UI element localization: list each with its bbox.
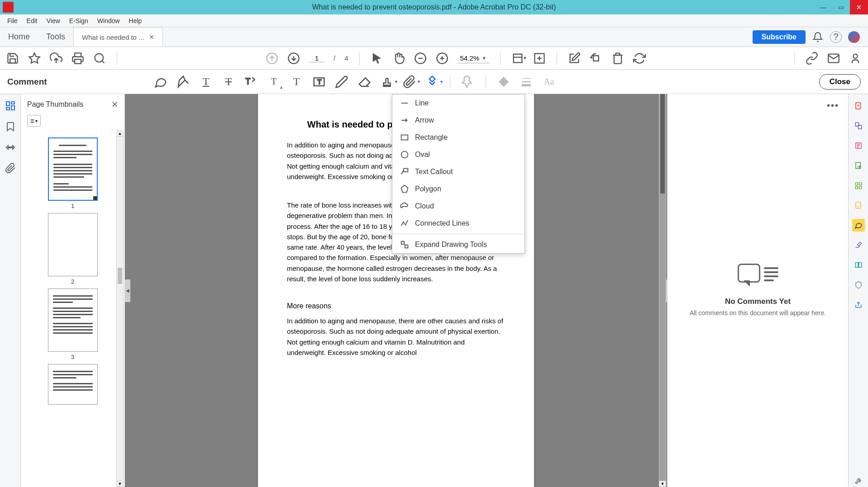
- mail-icon[interactable]: [827, 52, 840, 65]
- fill-icon[interactable]: [497, 75, 510, 89]
- rr-shield-icon[interactable]: [852, 279, 865, 291]
- zoom-in-icon[interactable]: [436, 52, 448, 65]
- hand-icon[interactable]: [392, 52, 405, 65]
- thumbnail-3[interactable]: 3: [48, 288, 98, 360]
- app-icon: [3, 2, 14, 13]
- tab-document[interactable]: What is needed to ... ✕: [73, 27, 163, 47]
- bookmark-nav-icon[interactable]: [5, 121, 16, 132]
- search-icon[interactable]: [93, 52, 106, 65]
- link-icon[interactable]: [806, 52, 818, 65]
- stamp-icon[interactable]: ▼: [380, 75, 394, 89]
- highlight-icon[interactable]: [176, 75, 190, 89]
- textbox-icon[interactable]: T: [312, 75, 326, 89]
- thumbnail-2[interactable]: 2: [48, 213, 98, 285]
- strikethrough-icon[interactable]: T: [222, 75, 235, 89]
- fit-page-icon[interactable]: [533, 52, 546, 65]
- drawing-cloud[interactable]: Cloud: [392, 198, 525, 215]
- menu-edit[interactable]: Edit: [23, 16, 41, 25]
- comments-options-icon[interactable]: •••: [827, 100, 839, 111]
- close-button[interactable]: ✕: [850, 0, 868, 14]
- maximize-button[interactable]: ▭: [832, 0, 850, 14]
- minimize-button[interactable]: —: [814, 0, 832, 14]
- sticky-note-icon[interactable]: [154, 75, 167, 89]
- drawing-connected-lines[interactable]: Connected Lines: [392, 215, 525, 232]
- rr-create-pdf-icon[interactable]: [852, 99, 865, 112]
- tab-close-icon[interactable]: ✕: [149, 33, 154, 41]
- page-up-icon[interactable]: [266, 52, 278, 65]
- drawing-text-callout[interactable]: Text Callout: [392, 163, 525, 180]
- document-scroll-handle[interactable]: [660, 94, 665, 194]
- thumbnails-scrollbar[interactable]: ▲ ▼: [116, 130, 124, 487]
- replace-text-icon[interactable]: T: [244, 75, 258, 89]
- help-icon[interactable]: ?: [830, 31, 842, 43]
- tab-home[interactable]: Home: [0, 27, 38, 47]
- subscribe-button[interactable]: Subscribe: [753, 30, 806, 44]
- save-icon[interactable]: [6, 52, 19, 65]
- rr-export-pdf-icon[interactable]: [852, 159, 865, 172]
- rr-protect-icon[interactable]: [852, 259, 865, 271]
- drawing-polygon[interactable]: Polygon: [392, 180, 525, 198]
- eraser-icon[interactable]: [358, 75, 371, 89]
- page-down-icon[interactable]: [287, 52, 300, 65]
- tab-tools[interactable]: Tools: [38, 27, 73, 47]
- menu-view[interactable]: View: [43, 16, 64, 25]
- drawing-line[interactable]: Line: [392, 95, 525, 112]
- menu-help[interactable]: Help: [125, 16, 146, 25]
- delete-icon[interactable]: [611, 52, 624, 65]
- thumbnails-close-icon[interactable]: ✕: [111, 99, 118, 109]
- cloud-upload-icon[interactable]: [50, 52, 62, 65]
- drawing-oval[interactable]: Oval: [392, 146, 525, 163]
- add-text-icon[interactable]: T: [290, 75, 303, 89]
- document-scrollbar[interactable]: ▼: [659, 94, 666, 487]
- collapse-left-icon[interactable]: ◀: [125, 279, 130, 302]
- underline-text-icon[interactable]: T: [199, 75, 213, 89]
- page-number-input[interactable]: [309, 54, 324, 62]
- pencil-icon[interactable]: [335, 75, 348, 89]
- menu-esign[interactable]: E-Sign: [66, 16, 92, 25]
- zoom-out-icon[interactable]: [414, 52, 427, 65]
- layers-nav-icon[interactable]: [5, 142, 16, 153]
- attachment-icon[interactable]: ▼: [403, 75, 416, 89]
- drawing-expand[interactable]: Expand Drawing Tools: [392, 236, 525, 253]
- print-icon[interactable]: [72, 52, 84, 65]
- rr-edit-pdf-icon[interactable]: [852, 139, 865, 152]
- scroll-handle[interactable]: [118, 268, 122, 284]
- selection-arrow-icon[interactable]: [371, 52, 383, 65]
- menu-window[interactable]: Window: [94, 16, 124, 25]
- drawing-rectangle[interactable]: Rectangle: [392, 129, 525, 146]
- menu-file[interactable]: File: [4, 16, 21, 25]
- rr-tools-icon[interactable]: [852, 474, 865, 487]
- edit-icon[interactable]: [568, 52, 581, 65]
- refresh-icon[interactable]: [633, 52, 646, 65]
- rr-fill-sign-icon[interactable]: [852, 199, 865, 212]
- scroll-up-icon[interactable]: ▲: [116, 130, 124, 137]
- thumbnails-nav-icon[interactable]: [5, 100, 16, 111]
- notification-icon[interactable]: [812, 31, 824, 43]
- insert-text-icon[interactable]: T▴: [267, 75, 281, 89]
- rr-organize-icon[interactable]: [852, 179, 865, 192]
- rr-sign-icon[interactable]: [852, 239, 865, 251]
- fit-width-icon[interactable]: ▼: [511, 52, 524, 65]
- thumbnail-4[interactable]: [48, 364, 98, 405]
- scroll-down-icon[interactable]: ▼: [116, 481, 124, 487]
- rotate-icon[interactable]: [590, 52, 602, 65]
- rr-share-icon[interactable]: [852, 298, 865, 311]
- account-icon[interactable]: [848, 31, 860, 43]
- star-icon[interactable]: [28, 52, 41, 65]
- page-separator: /: [334, 54, 335, 62]
- pin-icon[interactable]: [461, 75, 475, 89]
- close-comment-button[interactable]: Close: [819, 74, 861, 90]
- drawing-arrow[interactable]: Arrow: [392, 112, 525, 129]
- arrow-icon: [400, 115, 410, 125]
- line-weight-icon[interactable]: [520, 75, 533, 89]
- zoom-select[interactable]: 54.2% ▼: [458, 53, 489, 63]
- thumbnail-1[interactable]: 1: [48, 137, 98, 209]
- thumbnails-options-button[interactable]: ☰ ▾: [27, 115, 41, 127]
- rr-comment-icon[interactable]: [852, 219, 865, 232]
- profile-icon[interactable]: [849, 52, 862, 65]
- attachments-nav-icon[interactable]: [5, 163, 16, 174]
- document-scroll-down-icon[interactable]: ▼: [659, 481, 666, 487]
- drawing-tools-icon[interactable]: ▼: [425, 75, 439, 89]
- rr-combine-icon[interactable]: [852, 119, 865, 132]
- text-style-icon[interactable]: Aa: [542, 75, 556, 89]
